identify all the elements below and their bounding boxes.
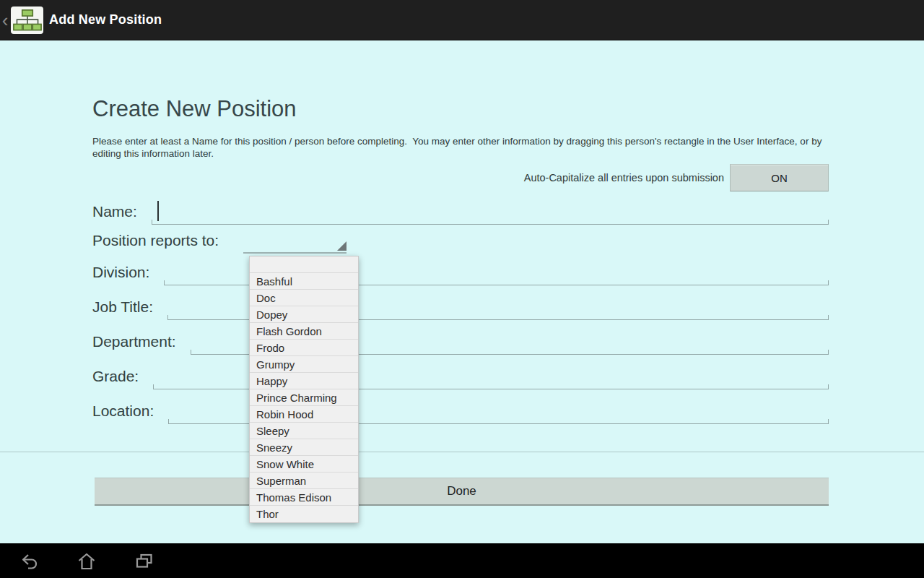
back-chevron-icon[interactable]: ‹	[0, 0, 10, 40]
instructions-text: Please enter at least a Name for this po…	[92, 136, 832, 160]
app-icon-button[interactable]	[11, 7, 43, 34]
form-row-location: Location:	[92, 397, 829, 424]
dropdown-option[interactable]: Thor	[250, 506, 358, 522]
location-label: Location:	[92, 397, 154, 424]
window-title: Add New Position	[49, 12, 162, 27]
autocapitalize-toggle[interactable]: ON	[730, 164, 829, 191]
grade-label: Grade:	[92, 362, 139, 389]
action-bar: ‹ Add New Position	[0, 0, 924, 40]
dropdown-option[interactable]: Snow White	[250, 456, 358, 473]
dropdown-option[interactable]: Sleepy	[250, 423, 358, 439]
dropdown-option[interactable]: Flash Gordon	[250, 323, 358, 340]
autocapitalize-row: Auto-Capitalize all entries upon submiss…	[92, 164, 829, 191]
form-row-department: Department:	[92, 327, 829, 355]
org-chart-icon	[13, 9, 42, 32]
page-title: Create New Position	[92, 96, 297, 122]
form-row-name: Name:	[92, 197, 829, 225]
name-label: Name:	[92, 197, 137, 225]
reports-to-label: Position reports to:	[92, 226, 219, 254]
nav-back-icon[interactable]	[19, 552, 38, 571]
form-row-grade: Grade:	[92, 362, 829, 389]
dropdown-option[interactable]: Grumpy	[250, 356, 358, 373]
dropdown-option[interactable]: Robin Hood	[250, 406, 358, 423]
form-row-reports-to: Position reports to:	[92, 226, 829, 254]
reports-to-spinner[interactable]	[243, 226, 346, 254]
form-page: Create New Position Please enter at leas…	[0, 41, 924, 543]
dropdown-option[interactable]: Bashful	[250, 273, 358, 290]
job-title-label: Job Title:	[92, 293, 153, 320]
dropdown-option[interactable]: Doc	[250, 290, 358, 306]
dropdown-option[interactable]: Thomas Edison	[250, 489, 358, 506]
dropdown-option[interactable]: Prince Charming	[250, 389, 358, 406]
form-row-division: Division:	[92, 258, 829, 285]
autocapitalize-label: Auto-Capitalize all entries upon submiss…	[524, 172, 724, 184]
division-label: Division:	[92, 258, 149, 285]
dropdown-option[interactable]	[250, 256, 358, 273]
nav-home-icon[interactable]	[77, 552, 96, 571]
name-input[interactable]	[152, 197, 829, 225]
dropdown-option[interactable]: Superman	[250, 473, 358, 489]
dropdown-option[interactable]: Dopey	[250, 306, 358, 323]
system-navigation-bar: 11:51	[0, 543, 924, 578]
dropdown-option[interactable]: Sneezy	[250, 439, 358, 456]
form-row-job-title: Job Title:	[92, 293, 829, 320]
spinner-caret-icon	[337, 241, 346, 251]
dropdown-option[interactable]: Frodo	[250, 340, 358, 356]
dropdown-option[interactable]: Happy	[250, 373, 358, 389]
reports-to-dropdown: Bashful Doc Dopey Flash Gordon Frodo Gru…	[249, 256, 359, 523]
done-button[interactable]: Done	[95, 478, 829, 506]
section-divider	[0, 452, 924, 452]
nav-recent-apps-icon[interactable]	[135, 552, 154, 571]
text-cursor	[157, 201, 159, 221]
department-label: Department:	[92, 327, 176, 355]
